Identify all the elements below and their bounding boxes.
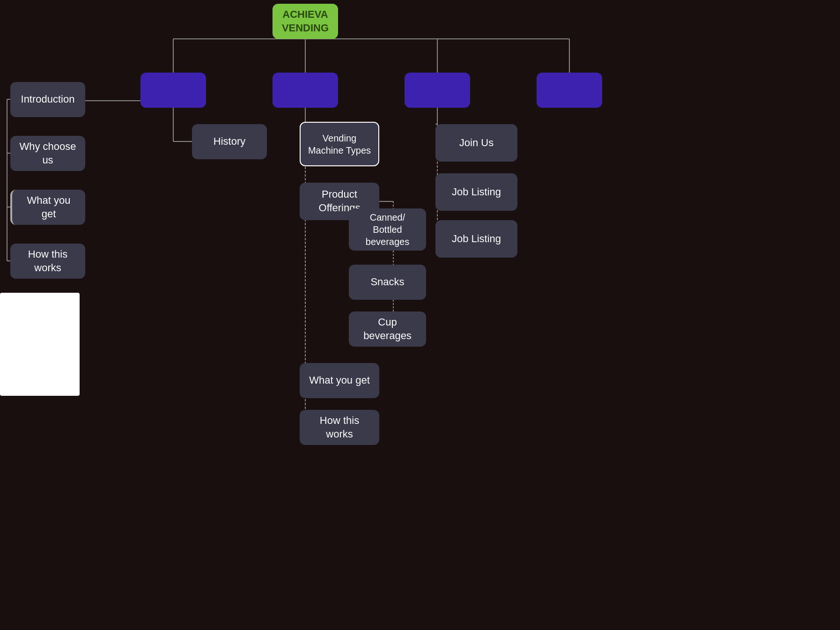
how-this-works-right-label: How this works xyxy=(306,414,373,441)
snacks-label: Snacks xyxy=(370,275,404,289)
canvas: ACHIEVA VENDING Introduction Why choose … xyxy=(0,0,840,630)
vending-machine-types-node[interactable]: Vending Machine Types xyxy=(300,122,379,166)
purple-node-3[interactable] xyxy=(405,73,470,108)
how-this-works-right-node[interactable]: How this works xyxy=(300,410,379,445)
why-choose-us-label: Why choose us xyxy=(17,140,79,167)
purple-node-1[interactable] xyxy=(140,73,206,108)
canned-bottled-label: Canned/ Bottled beverages xyxy=(355,211,420,248)
introduction-label: Introduction xyxy=(21,93,75,106)
root-node[interactable]: ACHIEVA VENDING xyxy=(273,4,338,39)
cup-beverages-label: Cup beverages xyxy=(355,316,420,342)
vending-machine-types-label: Vending Machine Types xyxy=(307,132,372,156)
job-listing-1-node[interactable]: Job Listing xyxy=(435,173,517,211)
purple-node-2[interactable] xyxy=(273,73,338,108)
canned-bottled-node[interactable]: Canned/ Bottled beverages xyxy=(349,208,426,251)
history-label: History xyxy=(214,135,245,148)
job-listing-2-node[interactable]: Job Listing xyxy=(435,220,517,258)
how-this-works-left-label: How this works xyxy=(17,248,79,274)
introduction-node[interactable]: Introduction xyxy=(10,82,85,117)
snacks-node[interactable]: Snacks xyxy=(349,265,426,300)
purple-node-4[interactable] xyxy=(537,73,602,108)
how-this-works-left-node[interactable]: How this works xyxy=(10,244,85,279)
cup-beverages-node[interactable]: Cup beverages xyxy=(349,311,426,347)
what-you-get-left-node[interactable]: What you get xyxy=(10,190,85,225)
job-listing-1-label: Job Listing xyxy=(452,185,501,199)
what-you-get-right-label: What you get xyxy=(309,374,370,387)
what-you-get-left-label: What you get xyxy=(19,194,79,221)
root-label: ACHIEVA VENDING xyxy=(279,8,332,35)
job-listing-2-label: Job Listing xyxy=(452,232,501,246)
white-overlay-block xyxy=(0,293,80,396)
what-you-get-right-node[interactable]: What you get xyxy=(300,363,379,398)
history-node[interactable]: History xyxy=(192,124,267,159)
join-us-node[interactable]: Join Us xyxy=(435,124,517,162)
why-choose-us-node[interactable]: Why choose us xyxy=(10,136,85,171)
join-us-label: Join Us xyxy=(459,136,494,150)
